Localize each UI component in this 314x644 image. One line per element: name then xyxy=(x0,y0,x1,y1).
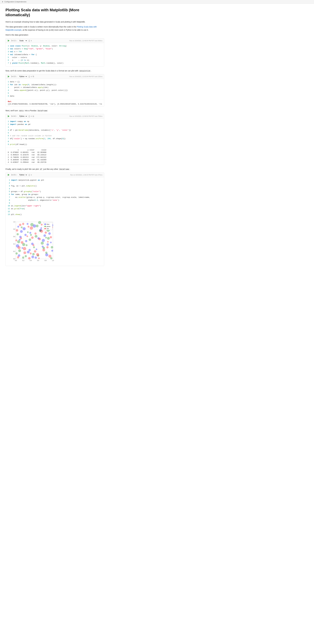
svg-text:green: green xyxy=(46,226,50,227)
cell-5-code[interactable]: 1 import matplotlib.pyplot as plt 2 3 fi… xyxy=(6,177,104,218)
scatter-plot-svg: 0.0 0.2 0.4 0.6 0.8 1.0 0.0 0.2 0.4 0.6 … xyxy=(8,220,56,263)
cell-3-code[interactable]: 1 data = [] 2 for idx in range(0, idioma… xyxy=(6,79,104,99)
section-2-text: Now, we'll do some data preparation to g… xyxy=(5,69,104,72)
svg-point-105 xyxy=(19,224,21,226)
config-label: Configuration & dependencies xyxy=(4,1,26,3)
cell-1-timestamp: Ran on 3/24/2021, 12:46:04 PM PDT took 6… xyxy=(69,40,102,42)
svg-text:red: red xyxy=(46,228,49,230)
svg-point-57 xyxy=(41,242,44,245)
braces-icon-4[interactable]: {} xyxy=(28,115,30,117)
svg-point-39 xyxy=(31,256,34,258)
config-expand-icon xyxy=(2,1,3,2)
menu-icon-4[interactable]: ≡ xyxy=(31,115,32,117)
cell-1-header: In(1): Scala Python {} ≡ Ran on 3/24/202… xyxy=(6,38,104,43)
svg-point-71 xyxy=(32,253,35,255)
svg-point-95 xyxy=(27,226,29,228)
cell-3-timestamp: Ran on 3/24/2021, 12:53:04 PM PDT took 2… xyxy=(69,76,102,77)
svg-point-81 xyxy=(28,257,31,260)
svg-point-44 xyxy=(28,249,31,251)
cell-1-label: In(1): xyxy=(11,40,17,42)
svg-point-62 xyxy=(51,246,53,248)
cell-5-icons: {} ≡ xyxy=(28,174,32,176)
svg-point-86 xyxy=(38,238,41,240)
run-button-5[interactable] xyxy=(7,174,10,176)
cell-5: In(5): Python Scala {} ≡ Ran on 3/24/202… xyxy=(5,172,104,266)
out-content-3: [[0.8768817563655382, 0.6024507503626798… xyxy=(8,103,102,105)
svg-point-78 xyxy=(22,223,24,225)
svg-text:0.0: 0.0 xyxy=(15,260,17,261)
svg-point-88 xyxy=(42,249,45,252)
svg-point-54 xyxy=(35,235,37,238)
svg-text:0.2: 0.2 xyxy=(22,260,24,261)
svg-text:0.4: 0.4 xyxy=(13,243,15,245)
svg-point-101 xyxy=(31,236,34,239)
svg-point-46 xyxy=(18,249,21,252)
cell-3-header: In(3): Python Scala {} ≡ ⧉ Ran on 3/24/2… xyxy=(6,74,104,79)
braces-icon-3[interactable]: {} xyxy=(28,76,30,78)
svg-point-52 xyxy=(30,223,34,226)
svg-point-49 xyxy=(25,255,27,257)
cell-4-icons: {} ≡ ⧉ xyxy=(28,115,34,118)
section-3-text: Next, we'll turn data into a Pandas Data… xyxy=(5,109,104,112)
svg-text:0.6: 0.6 xyxy=(13,236,15,238)
copy-icon-3[interactable]: ⧉ xyxy=(33,75,34,78)
svg-point-47 xyxy=(21,226,23,228)
svg-text:0.4: 0.4 xyxy=(30,260,32,261)
menu-icon-5[interactable]: ≡ xyxy=(31,174,32,176)
page-title: Plotting Scala data with Matplotlib (Mor… xyxy=(5,8,104,18)
svg-point-99 xyxy=(15,240,17,241)
svg-text:0.0: 0.0 xyxy=(13,258,15,260)
svg-point-77 xyxy=(20,238,22,239)
cell-3: In(3): Python Scala {} ≡ ⧉ Ran on 3/24/2… xyxy=(5,74,104,106)
cell-3-lang-select[interactable]: Python Scala xyxy=(18,75,27,78)
svg-point-93 xyxy=(17,256,19,258)
svg-point-75 xyxy=(16,229,18,232)
svg-point-19 xyxy=(29,232,31,234)
svg-text:blue: blue xyxy=(46,223,49,225)
config-bar[interactable]: Configuration & dependencies xyxy=(0,0,314,4)
braces-icon-1[interactable]: {} xyxy=(28,40,30,42)
cell-1-code[interactable]: 1 case class Point(x: Double, y: Double,… xyxy=(6,43,104,66)
svg-point-80 xyxy=(26,236,28,237)
svg-point-16 xyxy=(23,227,26,230)
run-button-3[interactable] xyxy=(7,75,10,78)
svg-point-35 xyxy=(48,232,51,235)
svg-point-76 xyxy=(17,246,20,249)
run-icon-5 xyxy=(8,174,9,176)
cell-4-timestamp: Ran on 3/24/2021, 12:58:50 PM PDT took 7… xyxy=(69,116,102,117)
svg-point-106 xyxy=(30,252,32,254)
menu-icon-1[interactable]: ≡ xyxy=(31,40,32,42)
cell-3-output: Out: [[0.8768817563655382, 0.60245075036… xyxy=(6,99,104,106)
svg-point-45 xyxy=(16,233,19,235)
copy-icon-4[interactable]: ⧉ xyxy=(33,115,34,118)
cell-4-label: In(4): xyxy=(11,115,17,117)
cell-1-lang-select[interactable]: Scala Python xyxy=(18,39,27,42)
braces-icon-5[interactable]: {} xyxy=(28,174,30,176)
run-button-4[interactable] xyxy=(7,115,10,118)
svg-point-72 xyxy=(38,221,41,224)
svg-point-17 xyxy=(25,240,27,242)
run-button-1[interactable] xyxy=(7,39,10,42)
plot-output: 0.0 0.2 0.4 0.6 0.8 1.0 0.0 0.2 0.4 0.6 … xyxy=(6,218,104,266)
cell-3-label: In(3): xyxy=(11,76,17,78)
cell-4-header: In(4): Python Scala {} ≡ ⧉ Ran on 3/24/2… xyxy=(6,114,104,118)
svg-point-31 xyxy=(20,230,23,233)
run-icon-4 xyxy=(8,115,9,117)
svg-point-85 xyxy=(36,253,39,256)
svg-point-59 xyxy=(45,252,47,254)
svg-point-73 xyxy=(45,237,47,238)
svg-point-79 xyxy=(23,252,26,254)
menu-icon-3[interactable]: ≡ xyxy=(31,76,32,78)
svg-point-40 xyxy=(40,227,42,229)
svg-point-60 xyxy=(47,237,50,240)
cell-4-code[interactable]: 1 import numpy as np 2 import pandas as … xyxy=(6,118,104,148)
cell-5-lang-select[interactable]: Python Scala xyxy=(18,174,27,176)
svg-point-41 xyxy=(46,243,49,246)
svg-point-89 xyxy=(45,232,47,234)
svg-point-34 xyxy=(42,239,45,242)
svg-point-29 xyxy=(50,242,52,243)
cell-4-lang-select[interactable]: Python Scala xyxy=(18,115,27,118)
dataframe-inline-2: DataFrame xyxy=(59,168,70,170)
cell-5-label: In(5): xyxy=(11,174,17,176)
svg-point-63 xyxy=(17,240,20,243)
